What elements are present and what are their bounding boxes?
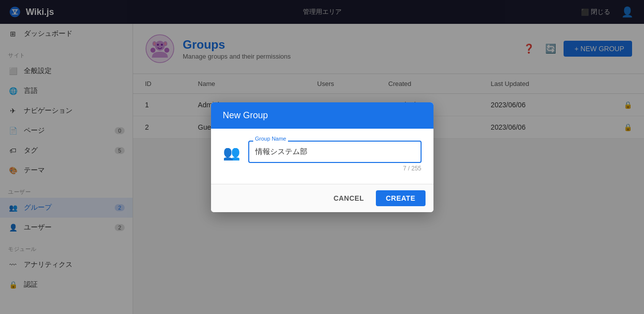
group-name-input[interactable] [248, 141, 422, 163]
group-name-counter: 7 / 255 [248, 165, 422, 172]
create-button[interactable]: CREATE [376, 190, 426, 206]
group-name-label: Group Name [253, 136, 288, 142]
dialog-overlay[interactable]: New Group 👥 Group Name 7 / 255 CANCEL CR… [0, 0, 644, 314]
dialog-group-icon: 👥 [223, 145, 240, 161]
dialog-body: 👥 Group Name 7 / 255 [211, 129, 433, 184]
group-name-field-wrapper: Group Name 7 / 255 [248, 141, 422, 172]
new-group-dialog: New Group 👥 Group Name 7 / 255 CANCEL CR… [211, 102, 433, 212]
dialog-footer: CANCEL CREATE [211, 184, 433, 212]
cancel-button[interactable]: CANCEL [326, 190, 372, 206]
dialog-title: New Group [211, 102, 433, 129]
